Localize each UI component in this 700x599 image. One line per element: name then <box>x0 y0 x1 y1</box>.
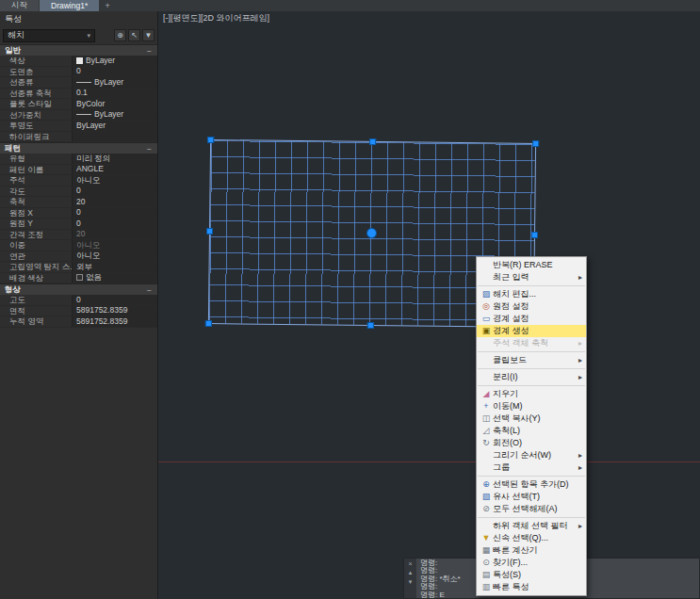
property-row[interactable]: 간격 조정20 <box>0 230 157 241</box>
menu-item-isolate[interactable]: 분리(I)▸ <box>477 371 586 383</box>
property-row[interactable]: 축척20 <box>0 197 157 208</box>
property-row[interactable]: 주석아니오 <box>0 175 157 186</box>
property-value[interactable]: ByLayer <box>72 56 157 66</box>
property-label: 원점 X <box>0 208 72 219</box>
property-row[interactable]: 도면층0 <box>0 67 157 78</box>
drawing-canvas[interactable]: [-][평면도][2D 와이어프레임] <box>158 11 700 599</box>
collapse-icon[interactable]: − <box>147 46 152 56</box>
menu-item-properties[interactable]: ▤특성(S) <box>477 569 586 581</box>
property-value[interactable]: 20 <box>72 197 157 207</box>
menu-item-erase[interactable]: ◢지우기 <box>477 388 586 400</box>
property-value[interactable]: 없음 <box>72 273 157 283</box>
property-value[interactable]: 아니오 <box>72 175 157 186</box>
menu-item-quick-properties[interactable]: ▥빠른 특성 <box>477 581 586 593</box>
property-row[interactable]: 면적5891752.8359 <box>0 306 157 317</box>
menu-item-move[interactable]: +이동(M) <box>477 400 586 413</box>
property-row[interactable]: 하이퍼링크 <box>0 132 157 143</box>
property-value[interactable]: 아니오 <box>72 251 157 262</box>
section-header[interactable]: 패턴− <box>0 142 157 154</box>
grip-edge-top[interactable] <box>369 138 376 145</box>
property-value[interactable]: 0 <box>72 186 157 197</box>
property-value[interactable]: 5891752.8359 <box>72 316 157 327</box>
property-row[interactable]: 연관아니오 <box>0 251 157 263</box>
property-value[interactable]: 0 <box>72 219 157 229</box>
grip-center[interactable] <box>366 228 377 238</box>
property-row[interactable]: 배경 색상없음 <box>0 273 157 284</box>
property-row[interactable]: 고립영역 탐지 스...외부 <box>0 262 157 273</box>
property-value[interactable]: ANGLE <box>72 165 157 175</box>
menu-item-draw-order[interactable]: 그리기 순서(W)▸ <box>477 449 586 461</box>
select-objects-button[interactable]: ↖ <box>128 29 140 41</box>
grip-edge-left[interactable] <box>206 228 213 235</box>
property-value[interactable]: 미리 정의 <box>72 154 157 164</box>
property-row[interactable]: 원점 Y0 <box>0 219 157 230</box>
property-value[interactable]: ByLayer <box>72 110 157 121</box>
menu-item-scale[interactable]: ◿축척(L) <box>477 425 586 437</box>
menu-item-set-boundary[interactable]: ▭경계 설정 <box>477 313 586 325</box>
property-row[interactable]: 원점 X0 <box>0 208 157 219</box>
menu-item-select-similar[interactable]: ▧유사 선택(T) <box>477 491 586 503</box>
property-value[interactable]: 0 <box>72 67 157 77</box>
property-row[interactable]: 이중아니오 <box>0 240 157 251</box>
menu-item-clipboard[interactable]: 클립보드▸ <box>477 354 586 366</box>
grip-corner-top-left[interactable] <box>207 137 214 143</box>
grip-corner-top-right[interactable] <box>532 140 539 147</box>
property-value[interactable]: 0 <box>72 295 157 305</box>
grip-edge-right[interactable] <box>531 232 538 238</box>
property-row[interactable]: 각도0 <box>0 186 157 198</box>
grip-edge-bottom[interactable] <box>367 322 374 329</box>
property-value[interactable] <box>72 132 157 142</box>
property-row[interactable]: 선가중치ByLayer <box>0 110 157 121</box>
collapse-icon[interactable]: − <box>147 285 152 295</box>
quick-select-button[interactable]: ▼ <box>142 29 155 41</box>
menu-item-set-origin[interactable]: ◎원점 설정 <box>477 300 586 313</box>
menu-item-deselect-all[interactable]: ⊘모두 선택해제(A) <box>477 503 586 515</box>
menu-item-repeat-erase[interactable]: 반복(R) ERASE <box>477 259 586 271</box>
menu-item-group[interactable]: 그룹▸ <box>477 461 586 474</box>
menu-item-add-selected[interactable]: ⊕선택된 항목 추가(D) <box>477 478 586 491</box>
menu-item-rotate[interactable]: ↻회전(O) <box>477 437 586 449</box>
toggle-pickadd-button[interactable]: ⊕ <box>114 29 126 41</box>
property-value[interactable]: 0 <box>72 208 157 219</box>
property-row[interactable]: 선종류 축척0.1 <box>0 89 157 100</box>
tab-drawing1[interactable]: Drawing1* <box>40 0 99 11</box>
property-value-text: 0.1 <box>76 89 88 99</box>
menu-item-subobject-selection-filter[interactable]: 하위 객체 선택 필터▸ <box>477 520 586 532</box>
section-header[interactable]: 일반− <box>0 44 157 56</box>
close-icon[interactable]: × <box>408 560 412 567</box>
property-row[interactable]: 누적 영역5891752.8359 <box>0 316 157 328</box>
menu-item-hatch-edit[interactable]: ▨해치 편집... <box>477 288 586 300</box>
scroll-down-icon[interactable]: ▾ <box>409 578 413 586</box>
menu-item-find[interactable]: ⊙찾기(F)... <box>477 557 586 569</box>
property-row[interactable]: 유형미리 정의 <box>0 154 157 165</box>
property-row[interactable]: 투명도ByLayer <box>0 121 157 132</box>
property-row[interactable]: 선종류ByLayer <box>0 77 157 89</box>
menu-item-annotative-object-scale[interactable]: 주석 객체 축척▸ <box>477 337 586 349</box>
property-value[interactable]: 외부 <box>72 262 157 272</box>
scroll-up-icon[interactable]: ▴ <box>409 569 413 576</box>
property-row[interactable]: 색상ByLayer <box>0 56 157 67</box>
tab-start[interactable]: 시작 <box>0 0 39 11</box>
menu-item-quick-select[interactable]: ▼신속 선택(Q)... <box>477 532 586 544</box>
property-value[interactable]: ByLayer <box>72 121 157 131</box>
property-value-text: 아니오 <box>76 175 101 186</box>
new-drawing-button[interactable]: + <box>100 0 115 11</box>
property-row[interactable]: 패턴 이름ANGLE <box>0 165 157 176</box>
property-value[interactable]: 5891752.8359 <box>72 306 157 316</box>
property-value[interactable]: ByColor <box>72 99 157 109</box>
property-value[interactable]: ByLayer <box>72 77 157 88</box>
object-type-dropdown[interactable]: 해치 ▾ <box>3 29 95 42</box>
grip-corner-bottom-left[interactable] <box>205 320 212 327</box>
property-row[interactable]: 고도0 <box>0 295 157 306</box>
viewport-controls[interactable]: [-][평면도][2D 와이어프레임] <box>163 12 269 24</box>
property-value[interactable]: 20 <box>72 230 157 240</box>
menu-item-recent-input[interactable]: 최근 입력▸ <box>477 271 586 283</box>
menu-item-quick-calculator[interactable]: ▦빠른 계산기 <box>477 544 586 557</box>
property-value[interactable]: 0.1 <box>72 89 157 99</box>
property-value[interactable]: 아니오 <box>72 240 157 251</box>
menu-item-copy-selection[interactable]: ◫선택 복사(Y) <box>477 413 586 425</box>
property-row[interactable]: 플롯 스타일ByColor <box>0 99 157 110</box>
menu-item-generate-boundary[interactable]: ▣경계 생성 <box>477 325 586 337</box>
section-header[interactable]: 형상− <box>0 283 157 295</box>
collapse-icon[interactable]: − <box>147 144 152 154</box>
